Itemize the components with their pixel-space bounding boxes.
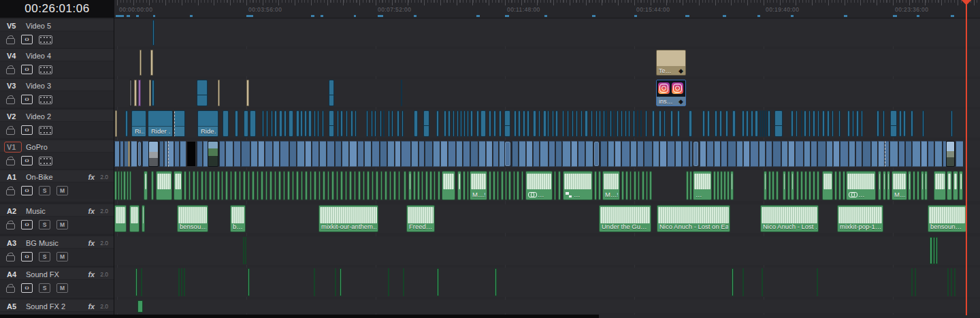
clip-v2[interactable] xyxy=(762,110,763,137)
clip-v2[interactable] xyxy=(391,110,393,137)
fx-badge[interactable]: fx xyxy=(88,207,100,215)
clip-a1[interactable] xyxy=(467,171,469,200)
clip-v1[interactable] xyxy=(889,141,898,167)
clip-a4[interactable] xyxy=(184,268,185,296)
clip-a1[interactable] xyxy=(429,171,432,200)
clip-v1[interactable] xyxy=(571,141,577,167)
clip-v2[interactable] xyxy=(388,110,390,137)
clip-v2[interactable] xyxy=(760,110,761,137)
clip-a1[interactable] xyxy=(598,171,601,200)
clip-a1[interactable] xyxy=(114,171,117,200)
clip-a1[interactable] xyxy=(225,171,228,200)
clip-a1[interactable] xyxy=(717,171,719,200)
clip-v2[interactable] xyxy=(467,110,469,137)
clip-v2[interactable] xyxy=(562,110,564,137)
clip-a4[interactable] xyxy=(762,268,763,296)
clip-a1[interactable]: M…9 xyxy=(892,171,907,200)
clip-a1[interactable] xyxy=(489,171,491,200)
clip-a1[interactable] xyxy=(723,171,726,200)
clip-a1[interactable] xyxy=(372,171,374,200)
clip-a1[interactable] xyxy=(380,171,382,200)
clip-v3[interactable] xyxy=(197,80,208,106)
clip-v2[interactable] xyxy=(707,110,710,137)
clip-a1[interactable] xyxy=(646,171,648,200)
clip-v1[interactable] xyxy=(372,141,379,167)
solo-icon[interactable]: S xyxy=(39,252,50,261)
track-header-a4[interactable]: A4Sound FXfx2.0‹›SM xyxy=(0,268,114,298)
clip-v1[interactable] xyxy=(305,141,311,167)
clip-a1[interactable] xyxy=(686,171,689,200)
clip-v2[interactable] xyxy=(567,110,569,137)
clip-v1[interactable] xyxy=(878,141,884,167)
clip-a1[interactable] xyxy=(248,171,250,200)
clip-v2[interactable] xyxy=(755,110,758,137)
lock-icon[interactable] xyxy=(6,157,15,165)
clip-v1[interactable] xyxy=(142,141,148,167)
clip-a1[interactable] xyxy=(243,171,246,200)
clip-a1[interactable] xyxy=(174,171,182,200)
clip-v3[interactable] xyxy=(246,80,249,106)
clip-v2[interactable] xyxy=(617,110,619,137)
clip-v2[interactable] xyxy=(322,110,324,137)
clip-a1[interactable] xyxy=(434,171,436,200)
clip-v1[interactable] xyxy=(258,141,264,167)
clip-v2[interactable] xyxy=(533,110,536,137)
clip-v1[interactable] xyxy=(180,141,186,167)
clip-a1[interactable] xyxy=(129,171,131,200)
clip-a1[interactable] xyxy=(261,171,263,200)
clip-a1[interactable] xyxy=(118,171,120,200)
clip-v2[interactable] xyxy=(346,110,348,137)
clip-a1[interactable] xyxy=(367,171,370,200)
clip-a2[interactable]: bensou… xyxy=(177,205,208,232)
clip-v2[interactable]: Ri… xyxy=(131,110,146,137)
clip-v1[interactable] xyxy=(788,141,794,167)
clip-v1[interactable] xyxy=(164,141,167,167)
clip-v1[interactable] xyxy=(840,141,848,167)
track-number-badge[interactable]: A3 xyxy=(4,238,22,249)
clip-v2[interactable] xyxy=(911,110,913,137)
clip-a4[interactable] xyxy=(340,268,342,296)
clip-a4[interactable] xyxy=(495,268,497,296)
clip-a2[interactable]: mixkit-our-anthem… xyxy=(318,205,378,232)
clip-v1[interactable] xyxy=(486,141,492,167)
clip-v1[interactable] xyxy=(743,141,749,167)
clip-a1[interactable]: … xyxy=(846,171,876,200)
clip-a1[interactable] xyxy=(776,171,779,200)
clip-a1[interactable] xyxy=(953,171,958,200)
clip-a1[interactable] xyxy=(296,171,299,200)
clip-v2[interactable] xyxy=(470,110,473,137)
clip-v2[interactable] xyxy=(801,110,802,137)
clip-v1[interactable] xyxy=(186,141,196,167)
clip-v1[interactable] xyxy=(772,141,781,167)
auto-select-icon[interactable]: ‹› xyxy=(21,35,33,44)
clip-a1[interactable] xyxy=(508,171,511,200)
clip-a4[interactable] xyxy=(403,268,404,296)
playhead[interactable] xyxy=(966,0,967,315)
clip-a1[interactable] xyxy=(625,171,628,200)
clip-a1[interactable] xyxy=(127,171,129,200)
clip-a1[interactable] xyxy=(209,171,212,200)
lock-icon[interactable] xyxy=(6,126,15,135)
track-header-v5[interactable]: V5Video 5‹› xyxy=(0,19,114,47)
clip-a1[interactable] xyxy=(156,171,172,200)
clip-a1[interactable] xyxy=(463,171,466,200)
clip-a1[interactable] xyxy=(787,171,790,200)
clip-v2[interactable]: Ride… xyxy=(197,110,218,137)
clip-a1[interactable] xyxy=(217,171,220,200)
clip-v1[interactable] xyxy=(327,141,334,167)
fx-badge[interactable]: fx xyxy=(88,173,100,181)
clip-a1[interactable] xyxy=(720,171,723,200)
clip-a1[interactable] xyxy=(425,171,428,200)
clip-a1[interactable] xyxy=(323,171,325,200)
clip-v1[interactable] xyxy=(533,141,539,167)
clip-v2[interactable] xyxy=(621,110,623,137)
clip-v2[interactable] xyxy=(244,110,248,137)
clip-v1[interactable] xyxy=(342,141,348,167)
clip-v2[interactable] xyxy=(591,110,593,137)
track-header-v2[interactable]: V2Video 2‹› xyxy=(0,110,114,138)
clip-v2[interactable] xyxy=(402,110,404,137)
clip-v1[interactable] xyxy=(380,141,387,167)
clip-v2[interactable] xyxy=(677,110,680,137)
clip-v2[interactable] xyxy=(861,110,863,137)
track-number-badge[interactable]: V2 xyxy=(4,111,22,122)
